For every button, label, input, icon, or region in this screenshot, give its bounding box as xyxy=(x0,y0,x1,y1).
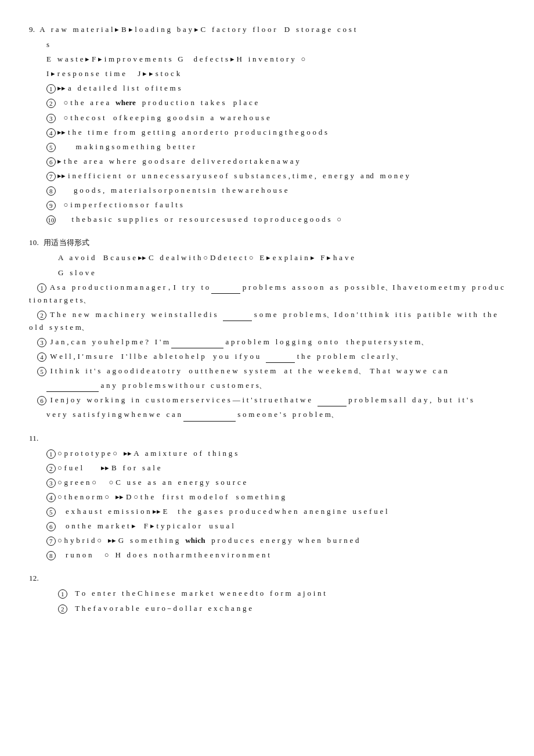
q10-blank-4 xyxy=(266,355,295,363)
q9-header-line2: s xyxy=(46,38,505,51)
q11-number: 11. xyxy=(29,432,39,445)
q9-header-line3: E w a s t e ▸ F ▸ i m p r o v e m e n t … xyxy=(46,53,505,66)
q12-number: 12. xyxy=(29,572,39,585)
q12-circle-2: 2 xyxy=(58,604,67,614)
question-9: 9. A r a w m a t e r i a l ▸ B ▸ l o a d… xyxy=(29,23,505,226)
q9-circle-8: 8 xyxy=(46,186,56,196)
q11-title: 11. xyxy=(29,432,505,445)
q11-circle-7: 7 xyxy=(46,537,56,546)
q10-circle-4: 4 xyxy=(37,352,46,362)
q10-item-3: 3 J a n , c a n y o u h e l p m e ? I ' … xyxy=(29,336,505,348)
q11-item-3: 3○ g r e e n ○ ○ C u s e a s a n e n e r… xyxy=(46,476,505,489)
q10-blank-6b xyxy=(183,413,236,422)
q12-item-2: 2 T h e f a v o r a b l e e u r o－d o l … xyxy=(58,602,505,615)
q10-label: 用适当得形式 xyxy=(44,236,90,249)
q10-header2: G s l o v e xyxy=(58,267,505,279)
q9-item-3: 3 ○ t h e c o s t o f k e e p i n g g o … xyxy=(46,111,505,124)
question-10: 10. 用适当得形式 A a v o i d B c a u s e ▸▸ C … xyxy=(29,236,505,421)
q12-title: 12. xyxy=(29,572,505,585)
q9-circle-10: 10 xyxy=(46,215,56,225)
q9-item-6: 6▸ t h e a r e a w h e r e g o o d s a r… xyxy=(46,155,505,168)
q10-item-1: 1 A s a p r o d u c t i o n m a n a g e … xyxy=(29,281,505,307)
q11-circle-5: 5 xyxy=(46,507,56,517)
q9-circle-7: 7 xyxy=(46,172,56,181)
q9-circle-9: 9 xyxy=(46,201,56,210)
q10-circle-2: 2 xyxy=(37,311,46,320)
question-11: 11. 1○ p r o t o t y p e ○ ▸▸ A a m i x … xyxy=(29,432,505,562)
q9-circle-5: 5 xyxy=(46,143,56,152)
q9-header: 9. A r a w m a t e r i a l ▸ B ▸ l o a d… xyxy=(29,23,505,36)
q11-circle-1: 1 xyxy=(46,449,56,459)
q11-item-1: 1○ p r o t o t y p e ○ ▸▸ A a m i x t u … xyxy=(46,447,505,460)
q10-item-4: 4 W e l l , I ' m s u r e I ' l l b e a … xyxy=(29,350,505,363)
q10-item-5a: 5 I t h i n k i t ' s a g o o d i d e a … xyxy=(29,365,505,377)
q9-item-8: 8 g o o d s , m a t e r i a l s o r p o … xyxy=(46,184,505,197)
q9-item-1: 1▸▸ a d e t a i l e d l i s t o f i t e … xyxy=(46,82,505,95)
q12-item-1: 1 T o e n t e r t h e C h i n e s e m a … xyxy=(58,587,505,600)
q12-circle-1: 1 xyxy=(58,589,67,599)
q9-item-2: 2 ○ t h e a r e a where p r o d u c t i … xyxy=(46,96,505,109)
q9-item-7: 7▸▸ i n e f f i c i e n t o r u n n e c … xyxy=(29,170,505,182)
q9-circle-1: 1 xyxy=(46,84,56,93)
q9-item-5: 5 m a k i n g s o m e t h i n g b e t t … xyxy=(46,141,505,153)
q10-item-5b: a n y p r o b l e m s w i t h o u r c u … xyxy=(46,379,505,392)
q11-item-6: 6 o n t h e m a r k e t ▸ F ▸ t y p i c … xyxy=(46,520,505,532)
q10-title: 10. 用适当得形式 xyxy=(29,236,505,249)
q11-circle-3: 3 xyxy=(46,478,56,488)
q11-item-2: 2○ f u e l ▸▸ B f o r s a l e xyxy=(46,462,505,474)
q10-blank-5 xyxy=(46,384,99,392)
q10-circle-6: 6 xyxy=(37,396,46,405)
q11-circle-4: 4 xyxy=(46,493,56,502)
question-12: 12. 1 T o e n t e r t h e C h i n e s e … xyxy=(29,572,505,614)
q10-blank-3 xyxy=(171,340,223,348)
q9-circle-3: 3 xyxy=(46,114,56,123)
q11-item-5: 5 e x h a u s t e m i s s i o n ▸▸ E t h… xyxy=(46,505,505,518)
q10-item-2: 2 T h e n e w m a c h i n e r y w e i n … xyxy=(29,308,505,334)
q9-item-9: 9 ○ i m p e r f e c t i o n s o r f a u … xyxy=(46,199,505,211)
q9-circle-2: 2 xyxy=(46,99,56,108)
q11-item-4: 4○ t h e n o r m ○ ▸▸ D ○ t h e f i r s … xyxy=(46,491,505,503)
q11-circle-8: 8 xyxy=(46,551,56,560)
q9-circle-4: 4 xyxy=(46,128,56,138)
q10-blank-6a xyxy=(317,398,347,406)
q11-item-8: 8 r u n o n ○ H d o e s n o t h a r m t … xyxy=(46,549,505,561)
q11-circle-6: 6 xyxy=(46,522,56,531)
q9-circle-6: 6 xyxy=(46,157,56,167)
q9-header-line4: I ▸ r e s p o n s e t i m e J ▸ ▸ s t o … xyxy=(46,67,505,80)
q10-circle-3: 3 xyxy=(37,338,46,347)
q9-item-4: 4▸▸ t h e t i m e f r o m g e t t i n g … xyxy=(46,126,505,139)
q11-item-7: 7○ h y b r i d ○ ▸▸ G s o m e t h i n g … xyxy=(46,534,505,547)
q9-item-10: 10 t h e b a s i c s u p p l i e s o r r… xyxy=(46,213,505,226)
q10-circle-5: 5 xyxy=(37,367,46,376)
q11-circle-2: 2 xyxy=(46,464,56,473)
q10-item-6a: 6 I e n j o y w o r k i n g i n c u s t … xyxy=(29,394,505,406)
q10-blank-2 xyxy=(223,313,252,321)
q9-number: 9. xyxy=(29,23,35,36)
q10-circle-1: 1 xyxy=(37,283,46,293)
q10-number: 10. xyxy=(29,236,39,249)
q10-item-6b: v e r y s a t i s f y i n g w h e n w e … xyxy=(46,408,505,421)
q9-header-text: A r a w m a t e r i a l ▸ B ▸ l o a d i … xyxy=(39,23,356,36)
q10-header1: A a v o i d B c a u s e ▸▸ C d e a l w i… xyxy=(58,251,505,264)
q10-blank-1 xyxy=(211,286,240,294)
